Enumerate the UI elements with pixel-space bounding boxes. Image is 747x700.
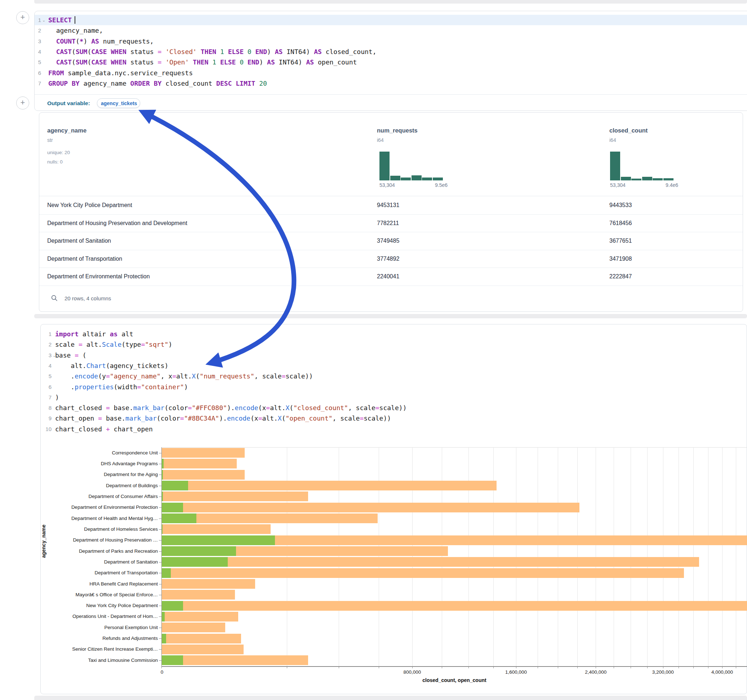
gridline xyxy=(379,447,379,666)
column-header-agency-name[interactable]: agency_name xyxy=(47,127,86,134)
python-code-editor[interactable]: 1import altair as alt2scale = alt.Scale(… xyxy=(41,324,747,436)
code-token: = xyxy=(282,372,286,380)
y-axis-label: Department of Parks and Recreation xyxy=(41,548,158,554)
hist-bar xyxy=(401,178,411,180)
add-cell-button-output[interactable]: + xyxy=(16,97,29,109)
code-token: = xyxy=(188,404,192,412)
gridline xyxy=(679,447,679,666)
code-token: , scale xyxy=(254,372,282,380)
code-line[interactable]: 3 COUNT(*) AS num_requests, xyxy=(35,36,747,47)
code-token: GROUP xyxy=(48,80,68,87)
gridline xyxy=(631,447,631,666)
code-token: , scale xyxy=(333,415,360,422)
y-axis-label: Personal Exemption Unit xyxy=(41,625,158,630)
cell-agency-name: Department of Environmental Protection xyxy=(47,267,150,285)
code-token: "container" xyxy=(141,383,184,391)
hist-bar xyxy=(621,177,631,180)
code-token: chart_closed xyxy=(55,404,106,412)
column-type-closed-count: i64 xyxy=(609,137,616,143)
search-icon[interactable] xyxy=(51,294,58,302)
line-number: 1 xyxy=(41,329,51,339)
y-tick xyxy=(159,551,162,552)
code-line[interactable]: 4 alt.Chart(agency_tickets) xyxy=(41,361,747,371)
code-line[interactable]: 5 CAST(SUM(CASE WHEN status = 'Open' THE… xyxy=(35,57,747,67)
code-line[interactable]: 2 agency_name, xyxy=(35,25,747,36)
code-line[interactable]: 7GROUP BY agency_name ORDER BY closed_co… xyxy=(35,78,747,89)
code-token: X xyxy=(286,404,290,412)
output-variable-label: Output variable: xyxy=(47,100,90,107)
y-axis-label: Department of Environmental Protection xyxy=(41,504,158,510)
y-tick xyxy=(159,562,162,563)
code-line[interactable]: 8chart_closed = base.mark_bar(color="#FF… xyxy=(41,403,747,413)
code-line[interactable]: 2scale = alt.Scale(type="sqrt") xyxy=(41,339,747,350)
code-line[interactable]: 1import altair as alt xyxy=(41,329,747,339)
gridline xyxy=(614,447,614,666)
column-header-num-requests[interactable]: num_requests xyxy=(377,127,417,134)
code-token: CAST xyxy=(56,48,72,56)
code-token: INT64) xyxy=(275,58,306,66)
bar-closed xyxy=(162,644,243,654)
code-line[interactable]: 7) xyxy=(41,392,747,403)
code-line[interactable]: 5 .encode(y="agency_name", x=alt.X("num_… xyxy=(41,371,747,381)
y-axis-label: Department of Homeless Services xyxy=(41,527,158,532)
sql-code-editor[interactable]: 1⌄SELECT 2 agency_name,3 COUNT(*) AS num… xyxy=(35,11,747,95)
code-token: agency_name, xyxy=(48,27,103,34)
code-token: WHEN xyxy=(110,48,126,56)
table-row[interactable]: Department of Transportation377489234719… xyxy=(39,250,742,268)
code-token: status xyxy=(127,58,158,66)
column-header-closed-count[interactable]: closed_count xyxy=(609,127,647,134)
code-token: = xyxy=(158,58,162,66)
column-type-agency-name: str xyxy=(47,137,53,143)
cell-closed-count: 3471908 xyxy=(609,250,632,268)
code-token: = xyxy=(360,415,364,422)
code-line[interactable]: 6FROM sample_data.nyc.service_requests xyxy=(35,68,747,78)
line-number: 3 xyxy=(30,36,41,47)
output-variable-pill[interactable]: agency_tickets xyxy=(97,98,140,108)
code-line[interactable]: 1⌄SELECT xyxy=(35,15,747,25)
code-token xyxy=(107,48,111,56)
code-token xyxy=(162,48,165,56)
line-number: 1 xyxy=(30,15,41,25)
gridline xyxy=(596,447,596,666)
bar-closed xyxy=(162,655,308,665)
code-token xyxy=(208,58,212,66)
bar-open xyxy=(162,655,183,665)
bar-closed xyxy=(162,568,684,578)
code-text: FROM sample_data.nyc.service_requests xyxy=(48,68,193,78)
x-tick xyxy=(516,666,516,668)
gridline xyxy=(538,447,538,666)
hist-bar xyxy=(380,152,390,180)
code-token xyxy=(243,48,248,56)
chevron-down-icon[interactable]: ⌄ xyxy=(42,15,45,26)
code-token: END xyxy=(248,58,259,66)
code-line[interactable]: 3⌄base = ( xyxy=(41,350,747,361)
line-number: 6 xyxy=(30,68,41,78)
code-token: , x xyxy=(161,372,172,380)
code-token: (type xyxy=(121,341,141,348)
code-token: 'Open' xyxy=(165,58,189,66)
add-cell-button-top[interactable]: + xyxy=(16,11,29,24)
code-token: ) xyxy=(259,58,267,66)
code-text: CAST(SUM(CASE WHEN status = 'Open' THEN … xyxy=(48,57,357,67)
y-axis-label: Department of Buildings xyxy=(41,483,158,488)
line-number: 3 xyxy=(41,350,51,361)
code-line[interactable]: 6 .properties(width="container") xyxy=(41,382,747,392)
code-line[interactable]: 4 CAST(SUM(CASE WHEN status = 'Closed' T… xyxy=(35,47,747,57)
cell-num-requests: 9453131 xyxy=(377,196,399,214)
code-text: .properties(width="container") xyxy=(55,382,188,392)
table-row[interactable]: Department of Sanitation37494853677651 xyxy=(39,232,742,250)
table-row[interactable]: New York City Police Department945313194… xyxy=(39,196,742,214)
table-row[interactable]: Department of Environmental Protection22… xyxy=(39,267,742,286)
y-tick xyxy=(159,519,162,519)
gridline xyxy=(722,447,723,666)
code-token: AS xyxy=(306,58,314,66)
code-token: = xyxy=(158,48,162,56)
code-token: , scale xyxy=(348,404,375,412)
table-row[interactable]: Department of Housing Preservation and D… xyxy=(39,214,742,232)
gridline xyxy=(339,447,339,666)
hist-min-label: 53,304 xyxy=(380,182,395,188)
code-line[interactable]: 9chart_open = base.mark_bar(color="#8BC3… xyxy=(41,413,747,424)
code-token xyxy=(189,58,193,66)
code-token: import xyxy=(55,330,79,338)
code-line[interactable]: 10chart_closed + chart_open xyxy=(41,424,747,434)
